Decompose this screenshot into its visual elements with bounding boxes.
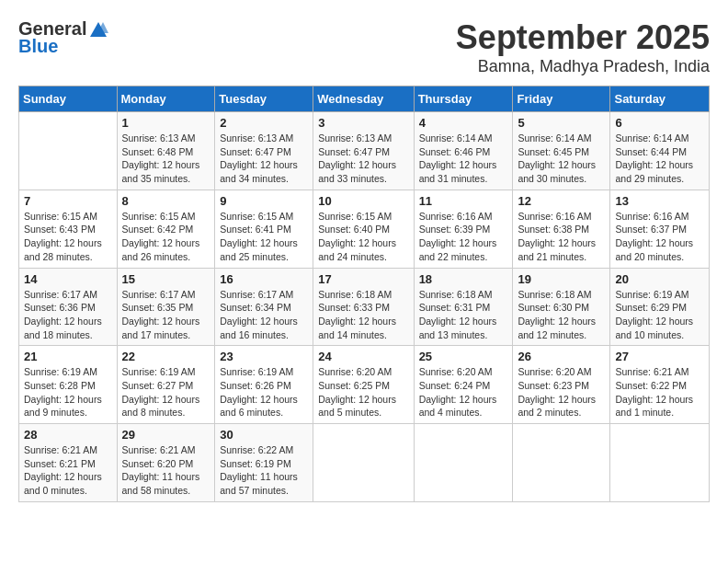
calendar-cell bbox=[513, 424, 610, 502]
cell-day-number: 19 bbox=[518, 272, 605, 286]
calendar-week-row: 1Sunrise: 6:13 AM Sunset: 6:48 PM Daylig… bbox=[19, 112, 710, 190]
cell-day-number: 28 bbox=[24, 428, 112, 442]
calendar-cell: 4Sunrise: 6:14 AM Sunset: 6:46 PM Daylig… bbox=[414, 112, 513, 190]
calendar-cell: 29Sunrise: 6:21 AM Sunset: 6:20 PM Dayli… bbox=[117, 424, 215, 502]
month-title: September 2025 bbox=[456, 18, 710, 57]
cell-day-number: 13 bbox=[615, 194, 704, 208]
calendar-cell bbox=[610, 424, 710, 502]
cell-info-text: Sunrise: 6:16 AM Sunset: 6:38 PM Dayligh… bbox=[518, 210, 605, 264]
cell-day-number: 30 bbox=[220, 428, 308, 442]
calendar-cell: 14Sunrise: 6:17 AM Sunset: 6:36 PM Dayli… bbox=[19, 268, 118, 346]
cell-day-number: 22 bbox=[122, 350, 210, 363]
cell-info-text: Sunrise: 6:19 AM Sunset: 6:27 PM Dayligh… bbox=[122, 365, 210, 419]
cell-day-number: 11 bbox=[419, 194, 508, 208]
cell-info-text: Sunrise: 6:14 AM Sunset: 6:46 PM Dayligh… bbox=[419, 132, 508, 186]
cell-day-number: 7 bbox=[24, 194, 112, 208]
cell-day-number: 18 bbox=[419, 272, 508, 286]
calendar-day-header: Monday bbox=[117, 86, 215, 112]
cell-day-number: 26 bbox=[518, 350, 605, 363]
calendar-header-row: SundayMondayTuesdayWednesdayThursdayFrid… bbox=[19, 86, 710, 112]
cell-info-text: Sunrise: 6:18 AM Sunset: 6:31 PM Dayligh… bbox=[419, 288, 508, 342]
cell-info-text: Sunrise: 6:17 AM Sunset: 6:36 PM Dayligh… bbox=[24, 288, 112, 342]
calendar-table: SundayMondayTuesdayWednesdayThursdayFrid… bbox=[18, 86, 710, 502]
calendar-day-header: Friday bbox=[513, 86, 610, 112]
calendar-cell: 7Sunrise: 6:15 AM Sunset: 6:43 PM Daylig… bbox=[19, 190, 118, 268]
calendar-cell: 6Sunrise: 6:14 AM Sunset: 6:44 PM Daylig… bbox=[610, 112, 710, 190]
cell-day-number: 3 bbox=[318, 116, 408, 130]
cell-day-number: 6 bbox=[615, 116, 704, 130]
cell-day-number: 21 bbox=[24, 350, 112, 363]
cell-day-number: 16 bbox=[220, 272, 308, 286]
cell-day-number: 14 bbox=[24, 272, 112, 286]
calendar-cell: 21Sunrise: 6:19 AM Sunset: 6:28 PM Dayli… bbox=[19, 346, 118, 424]
calendar-day-header: Saturday bbox=[610, 86, 710, 112]
cell-day-number: 4 bbox=[419, 116, 508, 130]
cell-day-number: 29 bbox=[122, 428, 210, 442]
logo: General Blue bbox=[18, 18, 108, 57]
cell-day-number: 1 bbox=[122, 116, 210, 130]
cell-day-number: 15 bbox=[122, 272, 210, 286]
calendar-cell bbox=[313, 424, 414, 502]
cell-day-number: 5 bbox=[518, 116, 605, 130]
calendar-cell: 24Sunrise: 6:20 AM Sunset: 6:25 PM Dayli… bbox=[313, 346, 414, 424]
cell-info-text: Sunrise: 6:21 AM Sunset: 6:21 PM Dayligh… bbox=[24, 443, 112, 498]
calendar-cell: 25Sunrise: 6:20 AM Sunset: 6:24 PM Dayli… bbox=[414, 346, 513, 424]
calendar-cell: 10Sunrise: 6:15 AM Sunset: 6:40 PM Dayli… bbox=[313, 190, 414, 268]
calendar-cell: 20Sunrise: 6:19 AM Sunset: 6:29 PM Dayli… bbox=[610, 268, 710, 346]
cell-day-number: 24 bbox=[318, 350, 408, 363]
cell-info-text: Sunrise: 6:21 AM Sunset: 6:20 PM Dayligh… bbox=[122, 443, 210, 498]
cell-info-text: Sunrise: 6:18 AM Sunset: 6:30 PM Dayligh… bbox=[518, 288, 605, 342]
logo-blue-text: Blue bbox=[18, 36, 58, 57]
cell-day-number: 2 bbox=[220, 116, 308, 130]
calendar-cell: 17Sunrise: 6:18 AM Sunset: 6:33 PM Dayli… bbox=[313, 268, 414, 346]
calendar-cell: 19Sunrise: 6:18 AM Sunset: 6:30 PM Dayli… bbox=[513, 268, 610, 346]
calendar-week-row: 14Sunrise: 6:17 AM Sunset: 6:36 PM Dayli… bbox=[19, 268, 710, 346]
cell-info-text: Sunrise: 6:19 AM Sunset: 6:28 PM Dayligh… bbox=[24, 365, 112, 419]
cell-info-text: Sunrise: 6:13 AM Sunset: 6:47 PM Dayligh… bbox=[220, 132, 308, 186]
cell-day-number: 17 bbox=[318, 272, 408, 286]
cell-info-text: Sunrise: 6:20 AM Sunset: 6:24 PM Dayligh… bbox=[419, 365, 508, 419]
calendar-day-header: Sunday bbox=[19, 86, 118, 112]
calendar-cell: 1Sunrise: 6:13 AM Sunset: 6:48 PM Daylig… bbox=[117, 112, 215, 190]
logo-icon bbox=[88, 20, 108, 39]
calendar-day-header: Thursday bbox=[414, 86, 513, 112]
calendar-cell: 2Sunrise: 6:13 AM Sunset: 6:47 PM Daylig… bbox=[215, 112, 313, 190]
cell-info-text: Sunrise: 6:14 AM Sunset: 6:45 PM Dayligh… bbox=[518, 132, 605, 186]
calendar-cell: 30Sunrise: 6:22 AM Sunset: 6:19 PM Dayli… bbox=[215, 424, 313, 502]
location-title: Bamna, Madhya Pradesh, India bbox=[456, 57, 710, 76]
calendar-cell: 26Sunrise: 6:20 AM Sunset: 6:23 PM Dayli… bbox=[513, 346, 610, 424]
calendar-cell: 23Sunrise: 6:19 AM Sunset: 6:26 PM Dayli… bbox=[215, 346, 313, 424]
calendar-cell: 16Sunrise: 6:17 AM Sunset: 6:34 PM Dayli… bbox=[215, 268, 313, 346]
calendar-week-row: 7Sunrise: 6:15 AM Sunset: 6:43 PM Daylig… bbox=[19, 190, 710, 268]
cell-day-number: 25 bbox=[419, 350, 508, 363]
calendar-cell: 22Sunrise: 6:19 AM Sunset: 6:27 PM Dayli… bbox=[117, 346, 215, 424]
cell-info-text: Sunrise: 6:18 AM Sunset: 6:33 PM Dayligh… bbox=[318, 288, 408, 342]
calendar-cell: 27Sunrise: 6:21 AM Sunset: 6:22 PM Dayli… bbox=[610, 346, 710, 424]
cell-day-number: 27 bbox=[615, 350, 704, 363]
calendar-cell: 5Sunrise: 6:14 AM Sunset: 6:45 PM Daylig… bbox=[513, 112, 610, 190]
calendar-cell bbox=[414, 424, 513, 502]
cell-info-text: Sunrise: 6:15 AM Sunset: 6:43 PM Dayligh… bbox=[24, 210, 112, 264]
calendar-cell: 18Sunrise: 6:18 AM Sunset: 6:31 PM Dayli… bbox=[414, 268, 513, 346]
calendar-day-header: Tuesday bbox=[215, 86, 313, 112]
calendar-week-row: 28Sunrise: 6:21 AM Sunset: 6:21 PM Dayli… bbox=[19, 424, 710, 502]
calendar-cell: 3Sunrise: 6:13 AM Sunset: 6:47 PM Daylig… bbox=[313, 112, 414, 190]
page-header: General Blue September 2025 Bamna, Madhy… bbox=[18, 18, 710, 76]
calendar-cell: 12Sunrise: 6:16 AM Sunset: 6:38 PM Dayli… bbox=[513, 190, 610, 268]
cell-info-text: Sunrise: 6:21 AM Sunset: 6:22 PM Dayligh… bbox=[615, 365, 704, 419]
calendar-cell: 28Sunrise: 6:21 AM Sunset: 6:21 PM Dayli… bbox=[19, 424, 118, 502]
cell-info-text: Sunrise: 6:13 AM Sunset: 6:48 PM Dayligh… bbox=[122, 132, 210, 186]
cell-day-number: 23 bbox=[220, 350, 308, 363]
cell-day-number: 12 bbox=[518, 194, 605, 208]
calendar-week-row: 21Sunrise: 6:19 AM Sunset: 6:28 PM Dayli… bbox=[19, 346, 710, 424]
cell-info-text: Sunrise: 6:16 AM Sunset: 6:37 PM Dayligh… bbox=[615, 210, 704, 264]
cell-info-text: Sunrise: 6:19 AM Sunset: 6:29 PM Dayligh… bbox=[615, 288, 704, 342]
calendar-cell: 15Sunrise: 6:17 AM Sunset: 6:35 PM Dayli… bbox=[117, 268, 215, 346]
cell-info-text: Sunrise: 6:15 AM Sunset: 6:40 PM Dayligh… bbox=[318, 210, 408, 264]
cell-info-text: Sunrise: 6:15 AM Sunset: 6:41 PM Dayligh… bbox=[220, 210, 308, 264]
cell-day-number: 20 bbox=[615, 272, 704, 286]
cell-info-text: Sunrise: 6:13 AM Sunset: 6:47 PM Dayligh… bbox=[318, 132, 408, 186]
cell-day-number: 9 bbox=[220, 194, 308, 208]
calendar-cell: 9Sunrise: 6:15 AM Sunset: 6:41 PM Daylig… bbox=[215, 190, 313, 268]
cell-info-text: Sunrise: 6:16 AM Sunset: 6:39 PM Dayligh… bbox=[419, 210, 508, 264]
